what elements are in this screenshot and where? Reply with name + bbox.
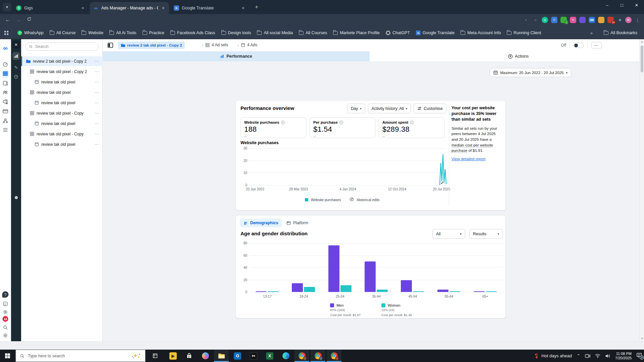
all-bookmarks-button[interactable]: All Bookmarks	[601, 29, 640, 36]
bookmark-item[interactable]: Website	[79, 29, 106, 36]
billing-card-icon[interactable]	[2, 108, 8, 116]
taskbar-clock[interactable]: 11:08 PM 7/20/2025	[615, 352, 632, 360]
campaigns-table-icon[interactable]	[2, 70, 9, 78]
tree-item-adset[interactable]: review tak old pixel - Copy⋯	[21, 129, 103, 139]
browser-tab[interactable]: ∞Ads Manager - Manage ads - C×	[90, 2, 169, 14]
customise-button[interactable]: Customise	[414, 104, 446, 113]
bookmark-item[interactable]: Design tools	[219, 29, 254, 36]
chrome-profile-1-icon[interactable]	[294, 350, 309, 362]
browser-tab[interactable]: GGoogle Translate×	[170, 2, 249, 14]
bookmark-item[interactable]: All Course	[47, 29, 78, 36]
actions-button[interactable]: Actions	[508, 51, 529, 61]
bookmark-item[interactable]: Running Client	[504, 29, 544, 36]
volume-icon[interactable]	[605, 354, 610, 358]
bookmark-star-icon[interactable]: ☆	[532, 17, 539, 23]
bookmark-item[interactable]: ✆WhatsApp	[15, 29, 46, 36]
settings-icon[interactable]	[3, 309, 8, 316]
zoom-search-icon[interactable]: ⌕	[523, 17, 529, 23]
tree-item-ad[interactable]: review tak old pixel⋯	[21, 98, 103, 108]
help-icon[interactable]: ?	[2, 291, 9, 298]
new-tab-button[interactable]: +	[252, 3, 261, 11]
file-explorer-icon[interactable]	[214, 350, 229, 362]
meet-now-icon[interactable]	[585, 354, 590, 358]
tree-item-adset[interactable]: review tak old pixel - Copy⋯	[21, 108, 103, 118]
edit-tab-icon[interactable]: ✎	[12, 63, 20, 71]
row-menu-icon[interactable]: ⋯	[95, 69, 103, 74]
tab-performance[interactable]: Performance	[103, 51, 370, 61]
row-menu-icon[interactable]: ⋯	[95, 131, 103, 136]
breadcrumb-campaign[interactable]: review 2 tak old pixel - Copy 2	[118, 42, 185, 49]
campaign-toggle[interactable]	[573, 43, 584, 48]
row-menu-icon[interactable]: ⋯	[95, 79, 103, 84]
copilot-icon[interactable]	[198, 350, 213, 362]
tab-close-icon[interactable]: ×	[241, 5, 246, 11]
media-player-icon[interactable]: ▶	[166, 350, 180, 362]
activity-history-dropdown[interactable]: Activity history: All▾	[368, 104, 411, 113]
events-manager-icon[interactable]	[2, 118, 8, 125]
tab-search-chevron-icon[interactable]: ▾	[3, 3, 11, 11]
bookmark-item[interactable]: Practice	[140, 29, 167, 36]
more-options-button[interactable]: ⋯	[591, 42, 602, 49]
tab-platform[interactable]: Platform	[283, 219, 312, 227]
tree-item-ad[interactable]: review tak old pixel⋯	[21, 139, 103, 149]
tab-close-icon[interactable]: ×	[80, 5, 85, 11]
day-dropdown[interactable]: Day▾	[347, 104, 365, 113]
tree-item-adset[interactable]: review tak old pixel⋯	[21, 87, 103, 97]
tree-item-adset[interactable]: review tak old pixel - Copy 2⋯	[21, 67, 103, 76]
bookmark-item[interactable]: GGoogle Translate	[413, 29, 457, 36]
chrome-profile-2-icon[interactable]	[311, 350, 325, 362]
apps-grid-icon[interactable]	[4, 31, 9, 36]
purple-extension-icon[interactable]	[579, 17, 586, 23]
info-icon[interactable]: i	[281, 121, 285, 124]
tree-item-campaign[interactable]: review 2 tak old pixel - Copy 2⋯	[21, 56, 103, 66]
extensions-puzzle-icon[interactable]: ⚙	[617, 17, 623, 23]
bookmark-item[interactable]: ✺ChatGPT	[383, 29, 413, 36]
orange-extension-icon[interactable]	[598, 17, 604, 23]
breadcrumb-adsets[interactable]: 4 Ad sets	[205, 43, 228, 47]
info-icon[interactable]: i	[410, 121, 414, 124]
tab-close-icon[interactable]: ×	[161, 5, 166, 11]
advertise-icon[interactable]	[2, 99, 8, 106]
tab-demographics[interactable]: Demographics	[240, 219, 282, 227]
taskbar-search-input[interactable]: Type here to search	[15, 350, 146, 362]
notification-center-icon[interactable]: 2	[636, 353, 642, 359]
wifi-icon[interactable]	[595, 354, 600, 358]
profile-avatar[interactable]: R	[625, 17, 632, 23]
back-icon[interactable]: ←	[4, 17, 11, 22]
capcut-icon[interactable]: ✂	[246, 350, 261, 362]
start-button[interactable]	[0, 350, 15, 362]
account-overview-icon[interactable]	[3, 61, 8, 68]
tray-expand-icon[interactable]: ⌃	[577, 353, 580, 358]
row-menu-icon[interactable]: ⋯	[95, 90, 103, 95]
keyboard-extension-icon[interactable]: ⌨	[589, 17, 595, 23]
bookmark-item[interactable]: Markete Place Profile	[330, 29, 382, 36]
tree-item-ad[interactable]: review tak old pixel⋯	[21, 77, 103, 87]
row-menu-icon[interactable]: ⋯	[95, 59, 103, 64]
window-close-button[interactable]: ✕	[629, 0, 644, 10]
view-detailed-report-link[interactable]: View detailed report	[451, 157, 502, 161]
bookmarks-overflow-icon[interactable]: »	[590, 31, 593, 36]
row-menu-icon[interactable]: ⋯	[95, 111, 103, 116]
row-menu-icon[interactable]: ⋯	[95, 100, 103, 105]
charts-tab-icon[interactable]	[12, 52, 20, 60]
row-menu-icon[interactable]: ⋯	[95, 142, 103, 147]
info-icon[interactable]: i	[339, 121, 343, 124]
edge-icon[interactable]	[278, 350, 293, 362]
row-menu-icon[interactable]: ⋯	[95, 121, 103, 126]
page-scrollbar[interactable]: ▲ ▼	[639, 39, 644, 341]
all-tools-menu-icon[interactable]	[3, 127, 8, 134]
outlook-icon[interactable]: O	[230, 350, 245, 362]
weather-widget[interactable]: Hot days ahead	[534, 353, 572, 359]
editor-pen-icon[interactable]: ✎	[570, 17, 576, 23]
window-maximize-button[interactable]: □	[614, 0, 629, 10]
ms-store-icon[interactable]	[182, 350, 197, 362]
inbox-icon[interactable]	[3, 301, 8, 308]
browser-tab[interactable]: fiGigs×	[13, 2, 89, 14]
reload-icon[interactable]	[25, 17, 33, 22]
close-panel-icon[interactable]: ✕	[12, 41, 20, 49]
bookmark-item[interactable]: Facebook Ads Class	[168, 29, 218, 36]
password-manager-icon[interactable]: ⚿	[551, 17, 557, 23]
audiences-icon[interactable]	[2, 89, 8, 97]
notifier-icon[interactable]: 10	[607, 17, 614, 23]
bookmark-item[interactable]: All Courses	[296, 29, 330, 36]
